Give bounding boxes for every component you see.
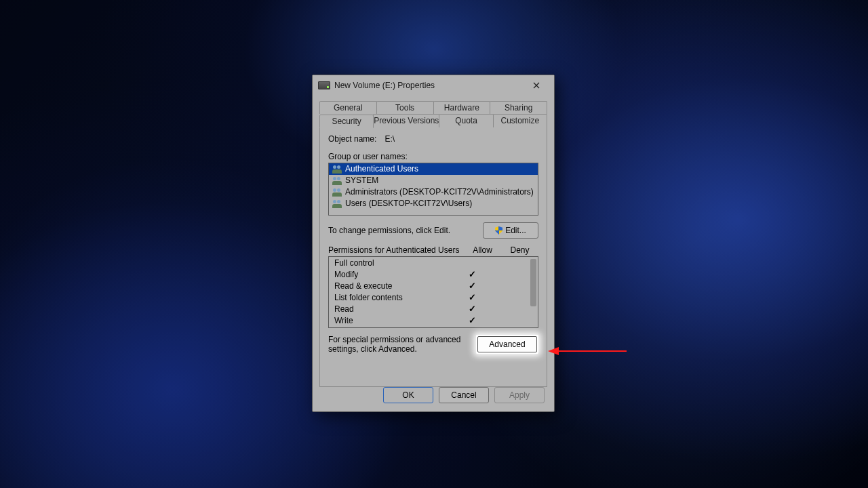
tab-hardware[interactable]: Hardware <box>433 101 491 114</box>
drive-icon <box>318 81 330 89</box>
tab-previous-versions[interactable]: Previous Versions <box>373 114 439 127</box>
cancel-button-label: Cancel <box>451 390 476 400</box>
permission-row[interactable]: Full control <box>329 257 538 268</box>
properties-dialog: New Volume (E:) Properties General Tools… <box>312 75 555 412</box>
permission-name: Read & execute <box>334 281 454 291</box>
deny-column-header: Deny <box>501 245 538 255</box>
list-item-label: Administrators (DESKTOP-KCIT72V\Administ… <box>345 186 534 198</box>
permission-name: Write <box>334 316 454 325</box>
group-item-authenticated-users[interactable]: Authenticated Users <box>329 163 538 175</box>
tab-customize[interactable]: Customize <box>493 114 547 127</box>
permission-allow: ✓ <box>454 304 491 313</box>
ok-button-label: OK <box>402 390 414 400</box>
tab-sharing[interactable]: Sharing <box>490 101 547 114</box>
change-permissions-text: To change permissions, click Edit. <box>328 226 450 235</box>
permission-row[interactable]: Modify ✓ <box>329 268 538 280</box>
window-title: New Volume (E:) Properties <box>334 81 524 90</box>
allow-column-header: Allow <box>464 245 501 255</box>
group-icon <box>332 177 342 185</box>
permission-row[interactable]: Read ✓ <box>329 303 538 314</box>
permission-name: Full control <box>334 258 454 268</box>
group-icon <box>332 165 342 174</box>
permissions-list[interactable]: Full control Modify ✓ Read & execute ✓ L… <box>328 256 538 328</box>
dialog-button-row: OK Cancel Apply <box>383 387 545 403</box>
group-item-users[interactable]: Users (DESKTOP-KCIT72V\Users) <box>329 198 538 209</box>
group-item-administrators[interactable]: Administrators (DESKTOP-KCIT72V\Administ… <box>329 186 538 198</box>
permission-row[interactable]: Read & execute ✓ <box>329 280 538 291</box>
edit-button[interactable]: Edit... <box>483 222 538 239</box>
permission-allow: ✓ <box>454 316 491 325</box>
group-item-system[interactable]: SYSTEM <box>329 175 538 186</box>
tab-tools[interactable]: Tools <box>376 101 434 114</box>
advanced-button[interactable]: Advanced <box>477 336 537 352</box>
advanced-button-highlight: Advanced <box>476 335 538 354</box>
list-item-label: Users (DESKTOP-KCIT72V\Users) <box>345 198 472 209</box>
permissions-header: Permissions for Authenticated Users Allo… <box>328 245 538 255</box>
list-item-label: SYSTEM <box>345 175 378 186</box>
object-name-label: Object name: <box>328 134 376 144</box>
permission-allow: ✓ <box>454 293 491 302</box>
group-user-list[interactable]: Authenticated Users SYSTEM Administrator… <box>328 163 538 216</box>
close-button[interactable] <box>524 77 549 94</box>
edit-button-label: Edit... <box>505 226 526 235</box>
ok-button[interactable]: OK <box>383 387 433 403</box>
advanced-text: For special permissions or advanced sett… <box>328 335 471 354</box>
cancel-button[interactable]: Cancel <box>439 387 489 403</box>
scrollbar-track[interactable] <box>528 257 538 327</box>
permission-name: List folder contents <box>334 293 454 302</box>
object-name-value: E:\ <box>384 134 395 144</box>
security-panel: Object name: E:\ Group or user names: Au… <box>319 127 547 387</box>
uac-shield-icon <box>495 226 502 235</box>
title-bar[interactable]: New Volume (E:) Properties <box>313 75 554 96</box>
tab-general[interactable]: General <box>319 101 377 114</box>
group-list-label: Group or user names: <box>328 152 538 161</box>
apply-button[interactable]: Apply <box>494 387 545 403</box>
permission-name: Read <box>334 304 454 314</box>
group-icon <box>332 188 342 197</box>
tab-strip: General Tools Hardware Sharing Security … <box>319 101 547 388</box>
scrollbar-thumb[interactable] <box>530 259 536 306</box>
tab-quota[interactable]: Quota <box>439 114 493 127</box>
advanced-button-label: Advanced <box>489 340 525 349</box>
apply-button-label: Apply <box>509 390 530 400</box>
permission-allow: ✓ <box>454 270 491 279</box>
list-item-label: Authenticated Users <box>345 163 418 175</box>
permission-allow: ✓ <box>454 281 491 290</box>
close-icon <box>533 82 540 89</box>
tab-security[interactable]: Security <box>319 115 374 128</box>
permission-row[interactable]: List folder contents ✓ <box>329 291 538 303</box>
permissions-for-label: Permissions for Authenticated Users <box>328 245 464 255</box>
group-icon <box>332 200 342 208</box>
permission-name: Modify <box>334 270 454 279</box>
permission-row[interactable]: Write ✓ <box>329 314 538 326</box>
